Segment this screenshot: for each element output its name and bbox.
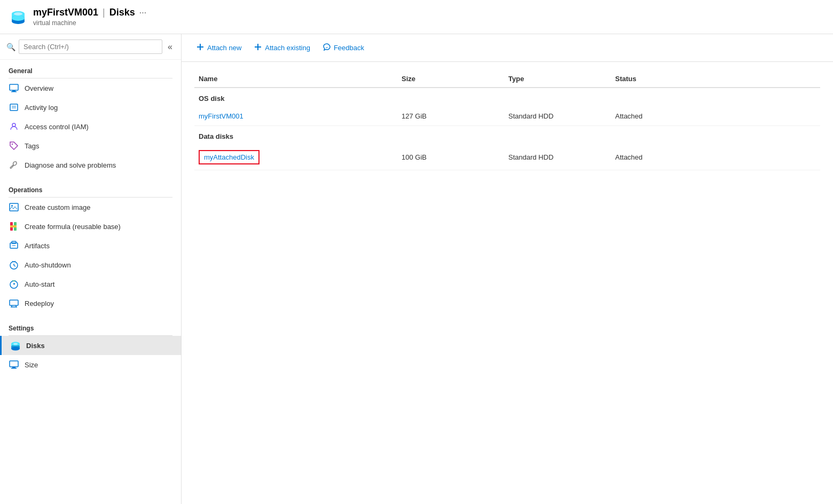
attach-existing-label: Attach existing — [265, 44, 310, 52]
os-disk-type: Standard HDD — [504, 112, 611, 120]
sidebar-item-redeploy[interactable]: Redeploy — [0, 294, 181, 313]
sidebar-item-activity-label: Activity log — [25, 104, 58, 112]
attach-existing-button[interactable]: Attach existing — [248, 40, 317, 56]
data-disk-size: 100 GiB — [397, 153, 504, 161]
main-layout: 🔍 « General Overview Activity log — [0, 34, 833, 504]
monitor2-icon — [9, 359, 19, 370]
os-disk-size: 127 GiB — [397, 112, 504, 120]
search-input[interactable] — [19, 40, 162, 54]
collapse-button[interactable]: « — [166, 40, 175, 54]
sidebar-item-size-label: Size — [25, 361, 38, 369]
col-size: Size — [397, 75, 504, 83]
data-disk-type: Standard HDD — [504, 153, 611, 161]
sidebar-content: General Overview Activity log Access con… — [0, 60, 181, 504]
title-separator: | — [103, 7, 105, 18]
svg-point-4 — [14, 12, 22, 15]
attach-new-label: Attach new — [207, 44, 241, 52]
disks-table: Name Size Type Status OS disk myFirstVM0… — [182, 62, 833, 504]
sidebar-item-auto-start-label: Auto-start — [25, 280, 54, 288]
tag-icon — [9, 140, 19, 151]
data-disk-status: Attached — [611, 153, 718, 161]
svg-rect-41 — [10, 361, 18, 367]
sidebar-item-disks[interactable]: Disks — [0, 336, 181, 355]
artifact-icon — [9, 240, 19, 251]
attach-existing-icon — [254, 43, 262, 52]
more-icon[interactable]: ··· — [139, 8, 146, 18]
svg-rect-20 — [10, 225, 17, 227]
header-title: myFirstVM001 | Disks ··· — [33, 7, 146, 18]
sidebar-item-auto-shutdown-label: Auto-shutdown — [25, 261, 71, 269]
page-section: Disks — [109, 7, 135, 18]
col-status: Status — [611, 75, 718, 83]
vm-icon — [9, 7, 28, 27]
svg-point-7 — [12, 15, 25, 21]
vm-name: myFirstVM001 — [33, 7, 98, 18]
data-disk-name-link[interactable]: myAttachedDisk — [204, 153, 254, 161]
list-icon — [9, 102, 19, 113]
sidebar-search-bar: 🔍 « — [0, 34, 181, 60]
svg-point-40 — [11, 347, 20, 351]
os-disk-name[interactable]: myFirstVM001 — [194, 112, 397, 120]
svg-rect-43 — [11, 368, 17, 369]
sidebar-item-diagnose-label: Diagnose and solve problems — [25, 161, 116, 169]
sidebar-item-iam-label: Access control (IAM) — [25, 123, 89, 131]
os-disk-section-header: OS disk — [194, 88, 820, 107]
svg-rect-30 — [10, 300, 18, 305]
svg-rect-9 — [12, 90, 15, 91]
sidebar-item-diagnose[interactable]: Diagnose and solve problems — [0, 155, 181, 175]
toolbar: Attach new Attach existing Feedback — [182, 34, 833, 62]
clock2-icon — [9, 279, 19, 289]
svg-point-14 — [12, 123, 15, 127]
search-icon: 🔍 — [6, 43, 15, 51]
svg-rect-10 — [11, 91, 17, 92]
sidebar-item-tags-label: Tags — [25, 142, 39, 150]
sidebar-item-artifacts-label: Artifacts — [25, 242, 50, 250]
svg-rect-8 — [10, 84, 18, 90]
sidebar: 🔍 « General Overview Activity log — [0, 34, 182, 504]
wrench-icon — [9, 160, 19, 170]
sidebar-item-auto-start[interactable]: Auto-start — [0, 274, 181, 294]
clock-icon — [9, 259, 19, 270]
sidebar-item-tags[interactable]: Tags — [0, 136, 181, 155]
sidebar-item-activity-log[interactable]: Activity log — [0, 98, 181, 117]
os-disk-name-link[interactable]: myFirstVM001 — [199, 112, 243, 120]
sidebar-item-size[interactable]: Size — [0, 355, 181, 374]
sidebar-item-create-image[interactable]: Create custom image — [0, 198, 181, 217]
data-disk-name[interactable]: myAttachedDisk — [194, 150, 397, 164]
feedback-button[interactable]: Feedback — [317, 40, 371, 56]
sidebar-item-disks-label: Disks — [26, 342, 45, 350]
sidebar-item-artifacts[interactable]: Artifacts — [0, 236, 181, 255]
section-label-general: General — [0, 60, 181, 78]
data-disks-section-header: Data disks — [194, 126, 820, 145]
section-label-operations: Operations — [0, 179, 181, 197]
section-label-settings: Settings — [0, 317, 181, 335]
page-header: myFirstVM001 | Disks ··· virtual machine — [0, 0, 833, 34]
col-type: Type — [504, 75, 611, 83]
svg-rect-22 — [12, 241, 16, 243]
svg-point-15 — [12, 144, 13, 145]
person-icon — [9, 121, 19, 132]
sidebar-item-create-image-label: Create custom image — [25, 203, 91, 211]
svg-rect-42 — [12, 367, 15, 368]
feedback-icon — [323, 43, 331, 52]
sidebar-item-auto-shutdown[interactable]: Auto-shutdown — [0, 255, 181, 274]
monitor-icon — [9, 83, 19, 93]
formula-icon — [9, 221, 19, 232]
col-name: Name — [194, 75, 397, 83]
attach-new-icon — [197, 43, 204, 52]
svg-point-17 — [11, 205, 13, 207]
header-text: myFirstVM001 | Disks ··· virtual machine — [33, 7, 146, 27]
table-row[interactable]: myFirstVM001 127 GiB Standard HDD Attach… — [194, 107, 820, 126]
content-area: Attach new Attach existing Feedback Name… — [182, 34, 833, 504]
table-row[interactable]: myAttachedDisk 100 GiB Standard HDD Atta… — [194, 145, 820, 170]
svg-point-38 — [13, 343, 18, 345]
sidebar-item-overview[interactable]: Overview — [0, 78, 181, 98]
svg-line-26 — [14, 265, 15, 266]
image-icon — [9, 202, 19, 212]
feedback-label: Feedback — [334, 44, 364, 52]
sidebar-item-create-formula[interactable]: Create formula (reusable base) — [0, 217, 181, 236]
attach-new-button[interactable]: Attach new — [190, 40, 248, 56]
header-subtitle: virtual machine — [33, 19, 146, 27]
os-disk-status: Attached — [611, 112, 718, 120]
sidebar-item-access-control[interactable]: Access control (IAM) — [0, 117, 181, 136]
